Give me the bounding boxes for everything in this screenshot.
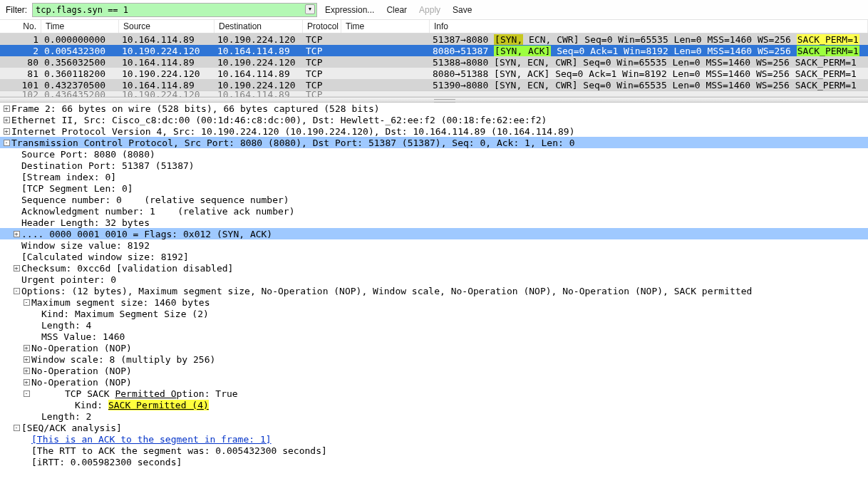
collapse-icon[interactable]: - <box>1 140 11 146</box>
packet-details[interactable]: +Frame 2: 66 bytes on wire (528 bits), 6… <box>0 103 868 470</box>
chevron-down-icon[interactable]: ▾ <box>305 4 315 14</box>
tcp-mss-kind[interactable]: Kind: Maximum Segment Size (2) <box>41 309 209 319</box>
filter-label: Filter: <box>3 5 29 15</box>
collapse-icon[interactable]: - <box>21 299 31 306</box>
ip-summary[interactable]: Internet Protocol Version 4, Src: 10.190… <box>11 126 575 137</box>
col-time[interactable]: Time <box>41 20 119 33</box>
tcp-seq[interactable]: Sequence number: 0 (relative sequence nu… <box>21 195 289 205</box>
packet-list-header: No. Time Source Destination Protocol Tim… <box>0 20 868 33</box>
tcp-ack[interactable]: Acknowledgment number: 1 (relative ack n… <box>21 206 295 217</box>
col-source[interactable]: Source <box>119 20 215 33</box>
expand-icon[interactable]: + <box>21 379 31 386</box>
packet-row[interactable]: 10.00000000010.164.114.8910.190.224.120T… <box>0 33 868 45</box>
tcp-mss-length[interactable]: Length: 4 <box>41 320 91 331</box>
tcp-header-len[interactable]: Header Length: 32 bytes <box>21 217 150 228</box>
tcp-sack-length[interactable]: Length: 2 <box>41 411 91 422</box>
col-time2[interactable]: Time <box>341 20 430 33</box>
tcp-calc-window[interactable]: [Calculated window size: 8192] <box>21 252 189 262</box>
expand-icon[interactable]: + <box>11 265 21 271</box>
tcp-segment-len[interactable]: [TCP Segment Len: 0] <box>21 183 133 194</box>
seq-ack-analysis[interactable]: [SEQ/ACK analysis] <box>21 423 122 433</box>
tcp-flags[interactable]: .... 0000 0001 0010 = Flags: 0x012 (SYN,… <box>21 229 272 239</box>
tcp-mss[interactable]: Maximum segment size: 1460 bytes <box>31 297 210 308</box>
packet-row-cut: 1020.43643520010.190.224.12010.164.114.8… <box>0 90 868 97</box>
packet-row[interactable]: 800.35603250010.164.114.8910.190.224.120… <box>0 56 868 68</box>
apply-button[interactable]: Apply <box>415 4 445 16</box>
tcp-src-port[interactable]: Source Port: 8080 (8080) <box>21 149 155 160</box>
expand-icon[interactable]: + <box>21 345 31 351</box>
filter-toolbar: Filter: ▾ Expression... Clear Apply Save <box>0 0 868 20</box>
expression-button[interactable]: Expression... <box>321 4 378 16</box>
tcp-stream-index[interactable]: [Stream index: 0] <box>21 172 116 182</box>
clear-button[interactable]: Clear <box>382 4 411 16</box>
col-destination[interactable]: Destination <box>215 20 303 33</box>
col-info[interactable]: Info <box>430 20 868 33</box>
ethernet-summary[interactable]: Ethernet II, Src: Cisco_c8:dc:00 (00:1d:… <box>11 115 547 125</box>
expand-icon[interactable]: + <box>1 117 11 123</box>
expand-icon[interactable]: + <box>21 368 31 374</box>
tcp-checksum[interactable]: Checksum: 0xcc6d [validation disabled] <box>21 263 233 274</box>
filter-input[interactable] <box>32 3 317 17</box>
frame-summary[interactable]: Frame 2: 66 bytes on wire (528 bits), 66… <box>11 103 380 114</box>
tcp-urgent[interactable]: Urgent pointer: 0 <box>21 274 116 285</box>
col-no[interactable]: No. <box>0 20 41 33</box>
rtt-value[interactable]: [The RTT to ACK the segment was: 0.00543… <box>31 445 327 456</box>
expand-icon[interactable]: + <box>1 128 11 135</box>
tcp-options[interactable]: Options: (12 bytes), Maximum segment siz… <box>21 286 752 296</box>
tcp-mss-value[interactable]: MSS Value: 1460 <box>41 331 125 342</box>
tcp-nop2[interactable]: No-Operation (NOP) <box>31 366 132 376</box>
tcp-window[interactable]: Window size value: 8192 <box>21 240 150 251</box>
packet-list[interactable]: 10.00000000010.164.114.8910.190.224.120T… <box>0 33 868 90</box>
save-button[interactable]: Save <box>448 4 476 16</box>
packet-row[interactable]: 810.36011820010.190.224.12010.164.114.89… <box>0 68 868 79</box>
tcp-nop1[interactable]: No-Operation (NOP) <box>31 343 132 353</box>
collapse-icon[interactable]: - <box>11 425 21 431</box>
collapse-icon[interactable]: - <box>21 391 31 397</box>
ack-to-frame-link[interactable]: [This is an ACK to the segment in frame:… <box>31 434 272 445</box>
irtt-value[interactable]: [iRTT: 0.005982300 seconds] <box>31 457 182 467</box>
expand-icon[interactable]: + <box>1 105 11 112</box>
expand-icon[interactable]: + <box>11 231 21 237</box>
packet-row[interactable]: 1010.43237050010.164.114.8910.190.224.12… <box>0 79 868 90</box>
expand-icon[interactable]: + <box>21 356 31 363</box>
col-protocol[interactable]: Protocol <box>303 20 341 33</box>
tcp-dst-port[interactable]: Destination Port: 51387 (51387) <box>21 160 195 171</box>
pane-splitter[interactable] <box>0 97 868 103</box>
filter-combo[interactable]: ▾ <box>32 3 317 17</box>
packet-row[interactable]: 20.00543230010.190.224.12010.164.114.89T… <box>0 45 868 56</box>
collapse-icon[interactable]: - <box>11 288 21 294</box>
tcp-summary[interactable]: Transmission Control Protocol, Src Port:… <box>11 138 575 148</box>
tcp-window-scale[interactable]: Window scale: 8 (multiply by 256) <box>31 354 215 365</box>
